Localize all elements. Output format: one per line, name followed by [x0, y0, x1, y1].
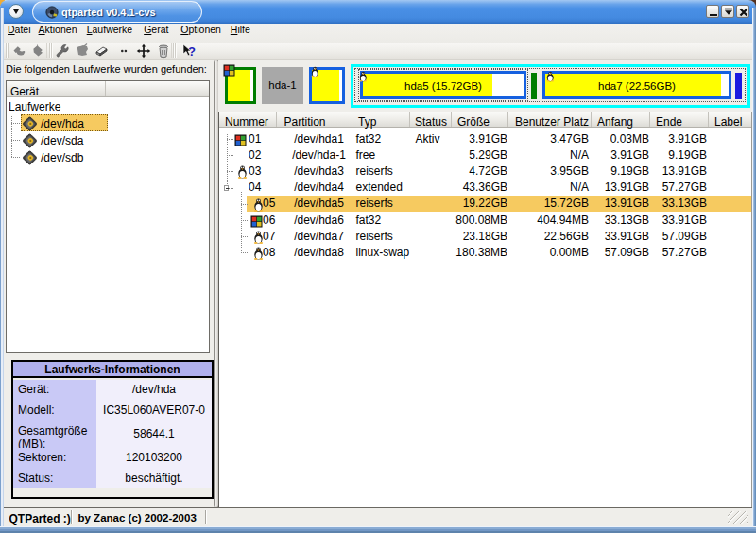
- svg-text:?: ?: [188, 44, 196, 59]
